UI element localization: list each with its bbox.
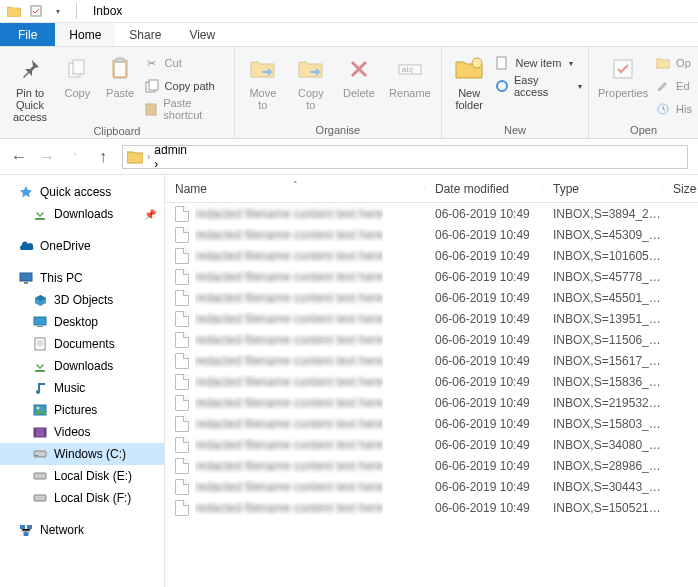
properties-icon bbox=[607, 53, 639, 85]
nav-music[interactable]: Music bbox=[0, 377, 164, 399]
col-date[interactable]: Date modified bbox=[425, 182, 543, 196]
file-row[interactable]: redacted filename content text here06-06… bbox=[165, 350, 698, 371]
nav-windows-c[interactable]: Windows (C:) bbox=[0, 443, 164, 465]
new-folder-button[interactable]: New folder bbox=[448, 51, 491, 111]
file-name: redacted filename content text here bbox=[195, 333, 383, 347]
file-row[interactable]: redacted filename content text here06-06… bbox=[165, 203, 698, 224]
nav-downloads-pinned[interactable]: Downloads📌 bbox=[0, 203, 164, 225]
recent-dropdown[interactable]: ˅ bbox=[66, 152, 84, 162]
nav-3d-objects[interactable]: 3D Objects bbox=[0, 289, 164, 311]
cut-button[interactable]: ✂Cut bbox=[144, 53, 228, 73]
copy-button[interactable]: Copy bbox=[58, 51, 97, 99]
file-row[interactable]: redacted filename content text here06-06… bbox=[165, 455, 698, 476]
file-type: INBOX,S=3894_2,S... bbox=[543, 207, 663, 221]
file-row[interactable]: redacted filename content text here06-06… bbox=[165, 224, 698, 245]
nav-local-e[interactable]: Local Disk (E:) bbox=[0, 465, 164, 487]
properties-icon[interactable] bbox=[28, 3, 44, 19]
svg-rect-27 bbox=[44, 428, 46, 437]
column-headers: ˄Name Date modified Type Size bbox=[165, 175, 698, 203]
file-type: INBOX,S=45309_2,... bbox=[543, 228, 663, 242]
paste-shortcut-button[interactable]: Paste shortcut bbox=[144, 99, 228, 119]
file-row[interactable]: redacted filename content text here06-06… bbox=[165, 434, 698, 455]
edit-button[interactable]: Ed bbox=[655, 76, 692, 96]
file-name: redacted filename content text here bbox=[195, 354, 383, 368]
file-row[interactable]: redacted filename content text here06-06… bbox=[165, 287, 698, 308]
open-button[interactable]: Op bbox=[655, 53, 692, 73]
file-date: 06-06-2019 10:49 bbox=[425, 228, 543, 242]
svg-rect-21 bbox=[35, 338, 45, 350]
new-item-button[interactable]: New item▾ bbox=[494, 53, 582, 73]
drive-icon bbox=[32, 468, 48, 484]
delete-icon bbox=[343, 53, 375, 85]
svg-rect-22 bbox=[35, 370, 45, 372]
paste-button[interactable]: Paste bbox=[101, 51, 140, 99]
col-type[interactable]: Type bbox=[543, 182, 663, 196]
file-row[interactable]: redacted filename content text here06-06… bbox=[165, 413, 698, 434]
copy-icon bbox=[61, 53, 93, 85]
nav-this-pc[interactable]: This PC bbox=[0, 267, 164, 289]
forward-button[interactable]: → bbox=[38, 148, 56, 166]
nav-documents[interactable]: Documents bbox=[0, 333, 164, 355]
nav-local-f[interactable]: Local Disk (F:) bbox=[0, 487, 164, 509]
svg-rect-19 bbox=[34, 317, 46, 325]
file-row[interactable]: redacted filename content text here06-06… bbox=[165, 329, 698, 350]
file-row[interactable]: redacted filename content text here06-06… bbox=[165, 266, 698, 287]
move-to-button[interactable]: Move to bbox=[241, 51, 285, 111]
up-button[interactable]: ↑ bbox=[94, 148, 112, 166]
breadcrumb-folder-icon: › bbox=[127, 150, 154, 164]
file-icon bbox=[175, 332, 189, 348]
copy-to-button[interactable]: Copy to bbox=[289, 51, 333, 111]
svg-rect-31 bbox=[34, 495, 46, 501]
tab-file[interactable]: File bbox=[0, 23, 55, 46]
nav-onedrive[interactable]: OneDrive bbox=[0, 235, 164, 257]
nav-pictures[interactable]: Pictures bbox=[0, 399, 164, 421]
easy-access-button[interactable]: Easy access▾ bbox=[494, 76, 582, 96]
file-row[interactable]: redacted filename content text here06-06… bbox=[165, 476, 698, 497]
file-row[interactable]: redacted filename content text here06-06… bbox=[165, 392, 698, 413]
tab-share[interactable]: Share bbox=[115, 23, 175, 46]
svg-rect-0 bbox=[31, 6, 41, 16]
file-date: 06-06-2019 10:49 bbox=[425, 480, 543, 494]
qat-dropdown-icon[interactable]: ▾ bbox=[50, 3, 66, 19]
nav-quick-access[interactable]: Quick access bbox=[0, 181, 164, 203]
rename-button[interactable]: ab| Rename bbox=[385, 51, 435, 99]
properties-button[interactable]: Properties bbox=[595, 51, 651, 99]
file-icon bbox=[175, 458, 189, 474]
ribbon-tabs: File Home Share View bbox=[0, 23, 698, 47]
file-name: redacted filename content text here bbox=[195, 270, 383, 284]
network-icon bbox=[18, 522, 34, 538]
history-button[interactable]: His bbox=[655, 99, 692, 119]
pin-quick-access-button[interactable]: Pin to Quick access bbox=[6, 51, 54, 123]
copy-path-button[interactable]: Copy path bbox=[144, 76, 228, 96]
nav-desktop[interactable]: Desktop bbox=[0, 311, 164, 333]
breadcrumb[interactable]: › This PC›Windows (C:)›Users›admin›Deskt… bbox=[122, 145, 688, 169]
download-icon bbox=[32, 206, 48, 222]
copy-to-icon bbox=[295, 53, 327, 85]
nav-network[interactable]: Network bbox=[0, 519, 164, 541]
group-new: New folder New item▾ Easy access▾ New bbox=[442, 47, 589, 138]
file-row[interactable]: redacted filename content text here06-06… bbox=[165, 371, 698, 392]
cube-icon bbox=[32, 292, 48, 308]
file-type: INBOX,S=45501_2,... bbox=[543, 291, 663, 305]
folder-icon[interactable] bbox=[6, 3, 22, 19]
tab-home[interactable]: Home bbox=[55, 23, 115, 46]
paste-icon bbox=[104, 53, 136, 85]
file-listing: ˄Name Date modified Type Size redacted f… bbox=[165, 175, 698, 587]
delete-button[interactable]: Delete bbox=[337, 51, 381, 99]
navigation-pane[interactable]: Quick access Downloads📌 OneDrive This PC… bbox=[0, 175, 165, 587]
file-date: 06-06-2019 10:49 bbox=[425, 501, 543, 515]
file-row[interactable]: redacted filename content text here06-06… bbox=[165, 245, 698, 266]
file-rows[interactable]: redacted filename content text here06-06… bbox=[165, 203, 698, 587]
nav-videos[interactable]: Videos bbox=[0, 421, 164, 443]
file-row[interactable]: redacted filename content text here06-06… bbox=[165, 308, 698, 329]
nav-downloads[interactable]: Downloads bbox=[0, 355, 164, 377]
back-button[interactable]: ← bbox=[10, 148, 28, 166]
file-date: 06-06-2019 10:49 bbox=[425, 207, 543, 221]
chevron-down-icon: ▾ bbox=[578, 82, 582, 91]
tab-view[interactable]: View bbox=[175, 23, 229, 46]
file-icon bbox=[175, 269, 189, 285]
col-size[interactable]: Size bbox=[663, 182, 698, 196]
col-name[interactable]: ˄Name bbox=[165, 182, 425, 196]
file-row[interactable]: redacted filename content text here06-06… bbox=[165, 497, 698, 518]
breadcrumb-item[interactable]: admin bbox=[154, 145, 322, 157]
